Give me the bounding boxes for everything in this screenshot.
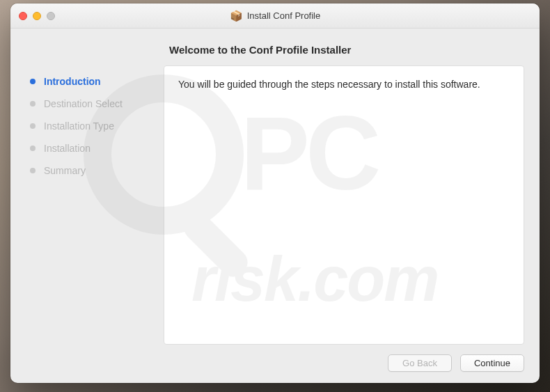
zoom-button	[47, 12, 55, 20]
step-label: Summary	[44, 165, 86, 176]
title-wrap: 📦 Install Conf Profile	[10, 10, 540, 22]
content-area: You will be guided through the steps nec…	[164, 65, 524, 345]
step-introduction: Introduction	[10, 70, 164, 93]
sidebar: Introduction Destination Select Installa…	[10, 29, 164, 383]
step-installation-type: Installation Type	[10, 115, 164, 137]
step-dot-icon	[30, 168, 36, 173]
package-icon: 📦	[230, 10, 243, 22]
step-installation: Installation	[10, 137, 164, 159]
close-button[interactable]	[19, 12, 27, 20]
intro-text: You will be guided through the steps nec…	[178, 79, 480, 90]
step-dot-icon	[30, 79, 36, 84]
step-list: Introduction Destination Select Installa…	[10, 70, 164, 182]
minimize-button[interactable]	[33, 12, 41, 20]
window-body: Introduction Destination Select Installa…	[10, 29, 540, 383]
step-label: Installation	[44, 143, 91, 154]
button-row: Go Back Continue	[164, 345, 524, 372]
page-heading: Welcome to the Conf Profile Installer	[164, 41, 524, 65]
step-label: Introduction	[44, 76, 101, 87]
window-controls	[19, 12, 55, 20]
main-panel: Welcome to the Conf Profile Installer Yo…	[164, 29, 540, 383]
installer-window: 📦 Install Conf Profile Introduction Dest…	[10, 3, 540, 383]
go-back-button: Go Back	[388, 354, 452, 372]
step-summary: Summary	[10, 159, 164, 182]
step-label: Installation Type	[44, 120, 114, 132]
step-dot-icon	[30, 146, 36, 151]
window-title: Install Conf Profile	[247, 10, 321, 21]
step-destination-select: Destination Select	[10, 93, 164, 115]
step-dot-icon	[30, 123, 36, 129]
step-label: Destination Select	[44, 98, 123, 109]
continue-button[interactable]: Continue	[460, 354, 524, 372]
step-dot-icon	[30, 101, 36, 107]
titlebar: 📦 Install Conf Profile	[10, 3, 540, 29]
